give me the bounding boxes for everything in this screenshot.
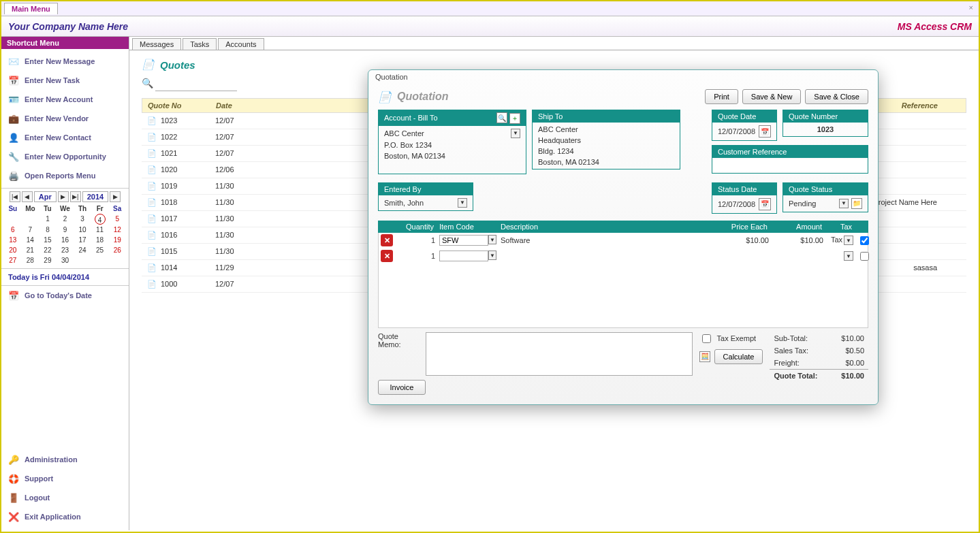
company-name: Your Company Name Here bbox=[8, 21, 128, 32]
cal-day[interactable]: 21 bbox=[22, 245, 39, 255]
cal-day[interactable]: 26 bbox=[108, 245, 126, 255]
cal-day[interactable]: 22 bbox=[39, 245, 57, 255]
sidebar-title: Shortcut Menu bbox=[1, 37, 129, 49]
status-dropdown[interactable]: ▼ bbox=[839, 199, 849, 208]
tax-checkbox[interactable] bbox=[860, 236, 869, 245]
sidebar-item-5[interactable]: 🔧Enter New Opportunity bbox=[1, 147, 129, 166]
cal-day[interactable]: 15 bbox=[39, 235, 57, 245]
cal-next-year[interactable]: ▶| bbox=[70, 191, 81, 202]
menu-icon: 🔧 bbox=[8, 151, 19, 162]
menu-icon: 📅 bbox=[8, 75, 19, 86]
cal-day[interactable]: 28 bbox=[22, 255, 39, 265]
save-close-button[interactable]: Save & Close bbox=[805, 89, 868, 104]
tax-checkbox[interactable] bbox=[860, 252, 869, 261]
cal-day[interactable]: 18 bbox=[91, 235, 109, 245]
sidebar-item-1[interactable]: 📅Enter New Task bbox=[1, 71, 129, 90]
cal-day[interactable]: 2 bbox=[57, 214, 74, 225]
item-code-dropdown[interactable]: ▼ bbox=[488, 251, 496, 260]
sidebar-bottom-2[interactable]: 🚪Logout bbox=[1, 488, 129, 507]
item-code-input[interactable] bbox=[439, 235, 488, 246]
close-icon[interactable]: × bbox=[969, 3, 973, 12]
calendar: |◀ ◀ Apr ▶ ▶| 2014 ▶ SuMoTuWeThFrSa12345… bbox=[1, 188, 129, 269]
entered-by-dropdown[interactable]: ▼ bbox=[458, 198, 467, 208]
cal-day[interactable]: 1 bbox=[39, 214, 57, 225]
document-icon: 📄 bbox=[147, 165, 157, 174]
cal-year-next[interactable]: ▶ bbox=[110, 191, 121, 202]
menu-label: Open Reports Menu bbox=[25, 172, 96, 180]
document-icon: 📄 bbox=[147, 280, 157, 288]
cal-day[interactable]: 24 bbox=[74, 245, 91, 255]
sidebar-item-4[interactable]: 👤Enter New Contact bbox=[1, 128, 129, 147]
cal-day[interactable]: 8 bbox=[39, 225, 57, 235]
menu-icon: 💼 bbox=[8, 113, 19, 124]
cal-day[interactable]: 11 bbox=[91, 225, 109, 235]
menu-label: Enter New Opportunity bbox=[25, 152, 106, 161]
cal-day[interactable]: 4 bbox=[95, 214, 106, 225]
cal-day[interactable]: 25 bbox=[91, 245, 109, 255]
memo-input[interactable] bbox=[426, 332, 693, 376]
status-folder-icon[interactable]: 📁 bbox=[851, 198, 862, 209]
customer-ref-input[interactable] bbox=[714, 159, 866, 172]
tab-tasks[interactable]: Tasks bbox=[183, 38, 217, 50]
document-icon: 📄 bbox=[147, 263, 157, 272]
items-header: Quantity Item Code Description Price Eac… bbox=[378, 221, 868, 233]
cal-day[interactable]: 9 bbox=[57, 225, 74, 235]
cal-day[interactable]: 19 bbox=[108, 235, 126, 245]
cal-prev-year[interactable]: |◀ bbox=[10, 191, 20, 202]
cal-day[interactable]: 29 bbox=[39, 255, 57, 265]
sidebar-bottom-1[interactable]: 🛟Support bbox=[1, 469, 129, 488]
cal-day[interactable]: 7 bbox=[22, 225, 39, 235]
quotes-search-input[interactable] bbox=[155, 76, 237, 91]
sidebar-item-2[interactable]: 🪪Enter New Account bbox=[1, 90, 129, 109]
cal-day[interactable]: 20 bbox=[4, 245, 22, 255]
document-icon: 📄 bbox=[142, 59, 155, 71]
calculate-button[interactable]: Calculate bbox=[714, 349, 763, 364]
sidebar-bottom-3[interactable]: ❌Exit Application bbox=[1, 507, 129, 526]
sidebar-item-6[interactable]: 🖨️Open Reports Menu bbox=[1, 166, 129, 185]
quotation-dialog: Quotation 📄 Quotation Print Save & New S… bbox=[368, 69, 879, 405]
tax-dropdown[interactable]: ▼ bbox=[844, 251, 853, 261]
cal-day[interactable]: 17 bbox=[74, 235, 91, 245]
save-new-button[interactable]: Save & New bbox=[742, 89, 802, 104]
cal-year[interactable]: 2014 bbox=[82, 191, 108, 202]
tab-accounts[interactable]: Accounts bbox=[218, 38, 264, 50]
goto-today[interactable]: 📅 Go to Today's Date bbox=[1, 286, 129, 305]
cal-day[interactable]: 27 bbox=[4, 255, 22, 265]
cal-day[interactable]: 5 bbox=[108, 214, 126, 225]
cal-prev-month[interactable]: ◀ bbox=[22, 191, 33, 202]
date-picker-icon[interactable]: 📅 bbox=[759, 125, 771, 138]
cal-day[interactable]: 16 bbox=[57, 235, 74, 245]
cal-day[interactable]: 23 bbox=[57, 245, 74, 255]
add-account-icon[interactable]: ＋ bbox=[509, 113, 520, 124]
delete-row-button[interactable]: ✕ bbox=[381, 234, 393, 246]
document-icon: 📄 bbox=[147, 116, 157, 125]
delete-row-button[interactable]: ✕ bbox=[381, 250, 393, 262]
item-code-input[interactable] bbox=[439, 251, 488, 261]
status-date-picker-icon[interactable]: 📅 bbox=[759, 198, 771, 210]
sidebar-item-0[interactable]: ✉️Enter New Message bbox=[1, 52, 129, 71]
cal-day[interactable]: 3 bbox=[74, 214, 91, 225]
cal-day[interactable]: 13 bbox=[4, 235, 22, 245]
tax-dropdown[interactable]: ▼ bbox=[844, 236, 853, 245]
tab-main-menu[interactable]: Main Menu bbox=[4, 3, 58, 14]
menu-icon: 🔑 bbox=[8, 454, 19, 465]
calculator-icon: 🧮 bbox=[699, 351, 710, 362]
cal-next-month[interactable]: ▶ bbox=[58, 191, 69, 202]
cal-day[interactable]: 6 bbox=[4, 225, 22, 235]
invoice-button[interactable]: Invoice bbox=[378, 380, 426, 395]
menu-icon: 🚪 bbox=[8, 492, 19, 503]
tax-exempt-checkbox[interactable] bbox=[702, 334, 711, 343]
print-button[interactable]: Print bbox=[705, 89, 738, 104]
cal-day[interactable]: 12 bbox=[108, 225, 126, 235]
cal-day[interactable]: 30 bbox=[57, 255, 74, 265]
account-dropdown[interactable]: ▼ bbox=[511, 129, 520, 138]
cal-month[interactable]: Apr bbox=[34, 191, 57, 202]
sidebar-bottom-0[interactable]: 🔑Administration bbox=[1, 450, 129, 469]
cal-day[interactable]: 14 bbox=[22, 235, 39, 245]
cal-day[interactable]: 10 bbox=[74, 225, 91, 235]
search-account-icon[interactable]: 🔍 bbox=[496, 112, 507, 123]
tab-messages[interactable]: Messages bbox=[132, 38, 181, 50]
item-code-dropdown[interactable]: ▼ bbox=[488, 235, 496, 244]
app-name: MS Access CRM bbox=[898, 21, 972, 32]
sidebar-item-3[interactable]: 💼Enter New Vendor bbox=[1, 109, 129, 128]
